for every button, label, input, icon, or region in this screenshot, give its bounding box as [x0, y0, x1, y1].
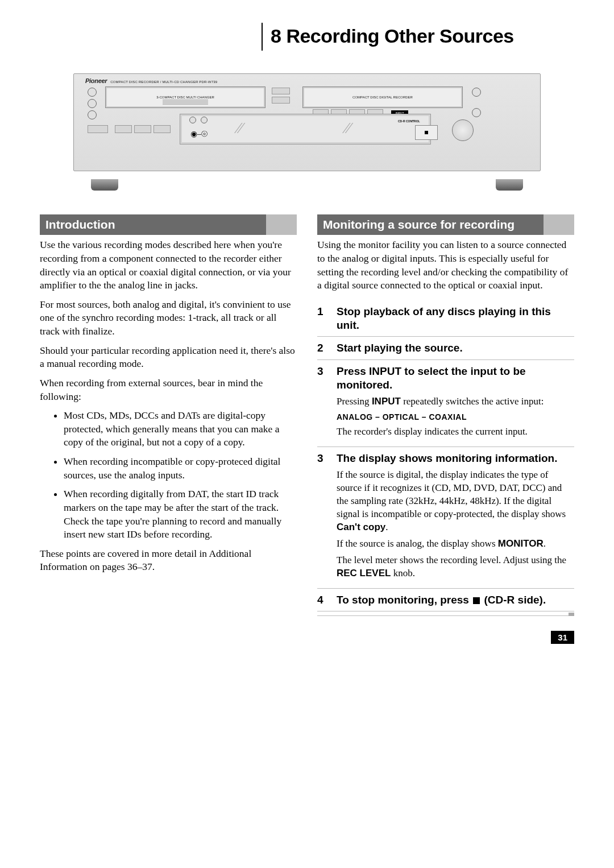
step-title: The display shows monitoring information…	[337, 452, 557, 465]
text: (CD-R side).	[481, 594, 546, 606]
chapter-number: 8	[271, 25, 281, 47]
chapter-header: 8 Recording Other Sources	[262, 23, 574, 51]
continuation-marker	[569, 613, 574, 616]
step-1: 1 Stop playback of any discs playing in …	[317, 300, 574, 337]
step-body: Pressing INPUT repeatedly switches the a…	[337, 395, 574, 408]
bullet-item: Most CDs, MDs, DCCs and DATs are digital…	[64, 409, 297, 449]
step-title: To stop monitoring, press (CD-R side).	[337, 593, 546, 607]
bullet-item: When recording digitally from DAT, the s…	[64, 487, 297, 542]
brand-logo: Pioneer	[85, 77, 107, 84]
button-circle	[88, 99, 97, 108]
cant-copy: Can't copy	[337, 522, 385, 532]
step-title: Start playing the source.	[337, 341, 463, 355]
step-title: Press INPUT to select the input to be mo…	[337, 365, 574, 392]
step-title: Stop playback of any discs playing in th…	[337, 305, 574, 332]
monitor-para: Using the monitor facility you can liste…	[317, 238, 574, 292]
small-button	[115, 125, 132, 133]
text: To stop monitoring, press	[337, 594, 472, 606]
step-body: The recorder's display indicates the cur…	[337, 425, 574, 439]
step-4: 4 To stop monitoring, press (CD-R side).	[317, 589, 574, 612]
bold-text: INPUT	[372, 396, 401, 407]
steps-list: 1 Stop playback of any discs playing in …	[317, 300, 574, 617]
button-circle	[88, 88, 97, 97]
small-button	[154, 125, 171, 133]
tray-right-label: COMPACT DISC DIGITAL RECORDER	[352, 96, 413, 99]
tray-recorder: COMPACT DISC DIGITAL RECORDER	[302, 86, 463, 108]
bullet-item: When recording incompatible or copy-prot…	[64, 455, 297, 482]
text: repeatedly switches the active input:	[401, 396, 544, 407]
intro-para: Should your particular recording applica…	[40, 344, 297, 371]
section-heading-introduction: Introduction	[40, 214, 297, 235]
intro-para: Use the various recording modes describe…	[40, 238, 297, 292]
bold-text: MONITOR	[498, 538, 544, 549]
device-illustration: Pioneer COMPACT DISC RECORDER / MULTI-CD…	[73, 73, 541, 171]
page-number: 31	[551, 631, 574, 644]
device-feet	[74, 179, 540, 199]
intro-bullets: Most CDs, MDs, DCCs and DATs are digital…	[40, 409, 297, 542]
intro-para: These points are covered in more detail …	[40, 547, 297, 574]
input-sequence: ANALOG – OPTICAL – COAXIAL	[337, 412, 574, 423]
display-panel: ⁄⁄ ⁄⁄ ◉–⦾	[180, 114, 431, 144]
stop-icon	[473, 597, 480, 604]
text: The level meter shows the recording leve…	[337, 555, 566, 565]
step-body: The level meter shows the recording leve…	[337, 554, 574, 580]
power-button	[88, 125, 108, 133]
small-button	[134, 125, 151, 133]
right-column: Monitoring a source for recording Using …	[317, 214, 574, 616]
cdr-control-label: CD-R CONTROL	[398, 119, 420, 123]
step-3b: 3 The display shows monitoring informati…	[317, 447, 574, 588]
step-2: 2 Start playing the source.	[317, 337, 574, 360]
intro-para: When recording from external sources, be…	[40, 377, 297, 403]
text: knob.	[391, 568, 415, 578]
rec-level-knob	[452, 119, 474, 141]
text: Pressing	[337, 396, 372, 407]
step-body: If the source is digital, the display in…	[337, 469, 574, 534]
step-number: 2	[317, 341, 329, 355]
text: If the source is analog, the display sho…	[337, 538, 498, 549]
step-number: 3	[317, 452, 329, 465]
intro-para: For most sources, both analog and digita…	[40, 298, 297, 338]
tray-left-label: 3-COMPACT DISC MULTI CHANGER	[156, 96, 214, 99]
step-3a: 3 Press INPUT to select the input to be …	[317, 360, 574, 447]
text: If the source is digital, the display in…	[337, 469, 566, 519]
model-text: COMPACT DISC RECORDER / MULTI-CD CHANGER…	[110, 80, 217, 84]
device-model-line: Pioneer COMPACT DISC RECORDER / MULTI-CD…	[85, 77, 217, 84]
small-button	[272, 97, 290, 104]
step-body: If the source is analog, the display sho…	[337, 538, 574, 551]
section-heading-monitoring: Monitoring a source for recording	[317, 214, 574, 235]
step-number: 4	[317, 593, 329, 607]
step-number: 1	[317, 305, 329, 332]
tray-multi-changer: 3-COMPACT DISC MULTI CHANGER	[105, 86, 265, 108]
left-column: Introduction Use the various recording m…	[40, 214, 297, 616]
step-number: 3	[317, 365, 329, 392]
bold-text: REC LEVEL	[337, 568, 391, 578]
button-circle	[472, 108, 481, 117]
small-button	[272, 88, 290, 94]
stop-button-highlight	[415, 125, 438, 140]
button-circle	[88, 110, 97, 119]
button-circle	[472, 88, 481, 97]
chapter-title: Recording Other Sources	[286, 25, 513, 47]
